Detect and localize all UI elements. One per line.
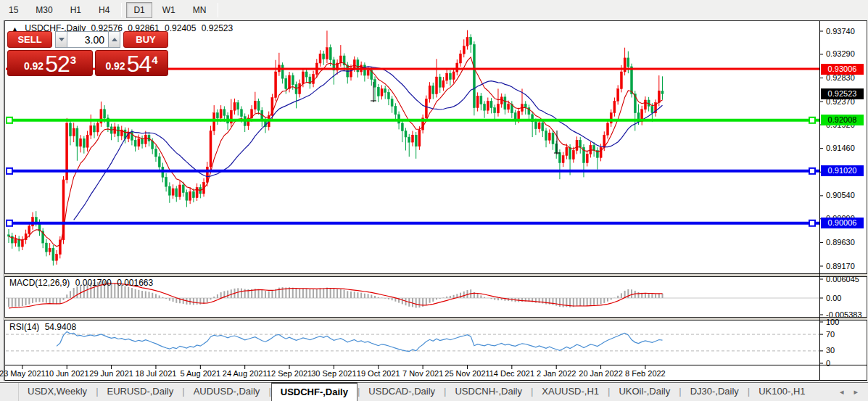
volume-increase-button[interactable]	[108, 31, 120, 48]
macd-pane-splitter[interactable]	[4, 273, 867, 277]
level-price-badge-0.91020: 0.91020	[821, 165, 864, 176]
timeframe-d1-button[interactable]: D1	[126, 2, 152, 18]
macd-value-main: 0.001700	[75, 278, 112, 288]
tab-audusd-daily[interactable]: AUDUSD-,Daily	[185, 383, 269, 401]
rsi-label: RSI(14) 54.9408	[9, 322, 79, 332]
ohlc-low: 0.92405	[165, 23, 196, 33]
chevron-up-icon	[112, 38, 117, 41]
volume-spinner	[55, 31, 120, 48]
timeframe-w1-button[interactable]: W1	[155, 2, 183, 18]
one-click-trade-panel: SELL BUY 0.92 52 3 0.92 54 4	[7, 31, 168, 76]
rsi-pane-splitter[interactable]	[4, 317, 867, 321]
rsi-name: RSI(14)	[9, 322, 39, 332]
macd-label: MACD(12,26,9) 0.001700 0.001663	[9, 278, 156, 288]
timeframe-h1-button[interactable]: H1	[63, 2, 88, 18]
level-price-badge-0.93006: 0.93006	[821, 64, 864, 75]
level-price-badge-0.90006: 0.90006	[821, 218, 864, 228]
macd-name: MACD(12,26,9)	[9, 278, 70, 288]
macd-value-signal: 0.001663	[117, 278, 153, 288]
tabs-scroll-left-icon[interactable]: ◂	[840, 387, 844, 397]
tab-usdx-weekly[interactable]: USDX,Weekly	[19, 383, 96, 401]
tab-dj30-daily[interactable]: DJ30-,Daily	[682, 383, 748, 401]
sell-price-display[interactable]: 0.92 52 3	[7, 50, 93, 76]
ohlc-close: 0.92523	[202, 23, 233, 33]
timeframe-mn-button[interactable]: MN	[186, 2, 214, 18]
current-price-badge: 0.92523	[821, 88, 864, 99]
sell-price-sup: 3	[70, 54, 76, 66]
toolbar-separator	[218, 3, 218, 17]
chevron-down-icon	[59, 38, 65, 41]
timeframe-m30-button[interactable]: M30	[28, 2, 59, 18]
buy-price-big: 54	[127, 53, 152, 75]
tab-ukoil-daily[interactable]: UKOil-,Daily	[610, 383, 679, 401]
tab-usdcnh-daily[interactable]: USDCNH-,Daily	[446, 383, 530, 401]
tab-usdchf-daily[interactable]: USDCHF-,Daily	[271, 382, 357, 401]
rsi-value: 54.9408	[45, 322, 76, 332]
timeframe-toolbar: 15 M30 H1 H4 D1 W1 MN	[0, 0, 868, 20]
tab-usdcad-daily[interactable]: USDCAD-,Daily	[360, 383, 444, 401]
tab-xauusd-h1[interactable]: XAUUSD-,H1	[533, 383, 608, 401]
volume-decrease-button[interactable]	[55, 31, 67, 48]
buy-price-display[interactable]: 0.92 54 4	[95, 50, 168, 76]
chart-tabs: USDX,Weekly|EURUSD-,Daily|AUDUSD-,Daily|…	[19, 383, 814, 401]
tab-uk100-h1[interactable]: UK100-,H1	[750, 383, 814, 401]
volume-input[interactable]	[67, 31, 108, 48]
sell-price-small: 0.92	[24, 60, 44, 72]
tab-scroll-arrows: ◂ ▸	[840, 383, 868, 401]
tabbar-lead-space	[0, 383, 19, 401]
tab-eurusd-daily[interactable]: EURUSD-,Daily	[99, 383, 183, 401]
trade-panel-top-row: SELL BUY	[7, 31, 168, 48]
level-price-badge-0.92008: 0.92008	[821, 115, 864, 125]
tabs-scroll-right-icon[interactable]: ▸	[853, 387, 858, 397]
toolbar-separator	[121, 3, 122, 17]
buy-price-small: 0.92	[105, 60, 125, 72]
chart-tabbar: USDX,Weekly|EURUSD-,Daily|AUDUSD-,Daily|…	[0, 382, 868, 401]
timeframe-m15-button[interactable]: 15	[1, 2, 25, 18]
buy-button[interactable]: BUY	[123, 31, 168, 48]
buy-price-sup: 4	[152, 54, 157, 66]
timeframe-h4-button[interactable]: H4	[91, 2, 117, 18]
sell-price-big: 52	[45, 53, 70, 75]
sell-button[interactable]: SELL	[7, 31, 52, 48]
